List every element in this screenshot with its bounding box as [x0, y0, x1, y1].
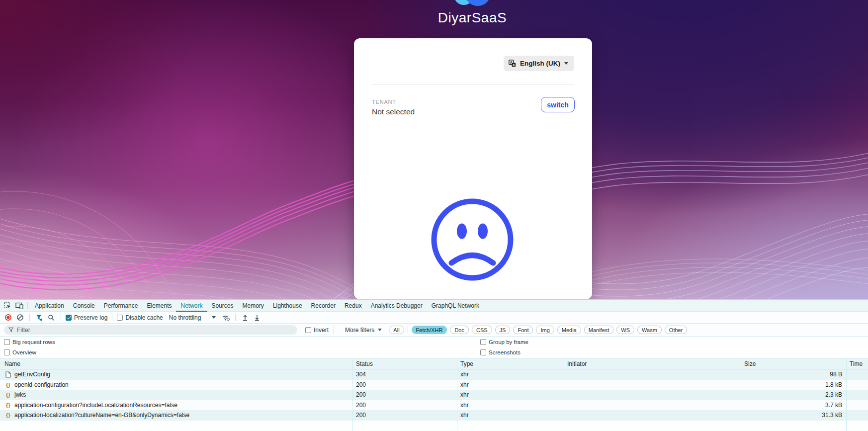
invert-filter-checkbox[interactable]: Invert — [305, 327, 329, 334]
tab-graphql-network[interactable]: GraphQL Network — [427, 300, 484, 312]
request-initiator — [564, 380, 741, 390]
request-size: 2.3 kB — [741, 390, 847, 400]
language-label: English (UK) — [520, 60, 560, 67]
column-header-time[interactable]: Time — [847, 358, 868, 369]
table-row[interactable]: getEnvConfig 304 xhr 98 B — [0, 369, 868, 380]
tab-memory[interactable]: Memory — [238, 300, 268, 312]
table-row[interactable]: { } application-localization?cultureName… — [0, 410, 868, 421]
code-icon: { } — [4, 391, 11, 398]
checkbox-unchecked-icon — [480, 349, 486, 355]
checkbox-unchecked-icon — [480, 339, 486, 345]
filter-input-wrap — [4, 325, 297, 335]
more-filters-button[interactable]: More filters — [345, 327, 382, 334]
document-icon — [4, 371, 11, 378]
request-type: xhr — [457, 380, 564, 390]
network-options-row-2: Overview Screenshots — [0, 347, 868, 357]
preserve-log-checkbox[interactable]: Preserve log — [66, 314, 107, 321]
network-toolbar: Preserve log Disable cache No throttling — [0, 312, 868, 324]
request-status: 304 — [353, 369, 457, 380]
export-har-icon[interactable] — [252, 313, 262, 322]
pill-js[interactable]: JS — [495, 326, 511, 334]
column-header-name[interactable]: Name — [0, 358, 353, 369]
table-row[interactable]: { } application-configuration?includeLoc… — [0, 400, 868, 411]
column-header-initiator[interactable]: Initiator — [564, 358, 741, 369]
network-options-row-1: Big request rows Group by frame — [0, 337, 868, 347]
throttling-select[interactable]: No throttling — [169, 314, 216, 321]
pill-css[interactable]: CSS — [472, 326, 492, 334]
pill-font[interactable]: Font — [513, 326, 533, 334]
filter-icon[interactable] — [34, 313, 44, 322]
request-time — [847, 369, 868, 380]
pill-ws[interactable]: WS — [616, 326, 634, 334]
pill-fetch-xhr[interactable]: Fetch/XHR — [412, 326, 447, 334]
tab-application[interactable]: Application — [30, 300, 69, 312]
divider — [29, 314, 30, 321]
tab-network[interactable]: Network — [176, 300, 207, 312]
tab-performance[interactable]: Performance — [99, 300, 143, 312]
disable-cache-checkbox[interactable]: Disable cache — [117, 314, 163, 321]
table-row[interactable]: { } jwks 200 xhr 2.3 kB — [0, 390, 868, 400]
account-card: A a English (UK) TENANT Not selected swi… — [354, 38, 592, 299]
brand: DiyarSaaS — [373, 0, 572, 26]
app-logo-icon — [451, 0, 494, 6]
clear-network-log-icon[interactable] — [15, 313, 25, 322]
screenshots-checkbox[interactable]: Screenshots — [480, 349, 521, 355]
pill-wasm[interactable]: Wasm — [637, 326, 662, 334]
divider — [408, 326, 408, 334]
import-har-icon[interactable] — [240, 313, 250, 322]
code-icon: { } — [4, 402, 11, 409]
filter-input[interactable] — [17, 327, 275, 334]
pill-img[interactable]: Img — [536, 326, 554, 334]
request-status: 200 — [353, 380, 457, 390]
chevron-down-icon — [564, 62, 568, 65]
tenant-value: Not selected — [372, 107, 415, 116]
divider — [27, 302, 28, 309]
column-header-type[interactable]: Type — [457, 358, 564, 369]
tab-elements[interactable]: Elements — [142, 300, 176, 312]
group-by-frame-checkbox[interactable]: Group by frame — [480, 339, 528, 345]
column-header-size[interactable]: Size — [741, 358, 847, 369]
invert-label: Invert — [314, 327, 329, 334]
divider — [334, 326, 334, 334]
pill-manifest[interactable]: Manifest — [584, 326, 614, 334]
divider — [371, 131, 574, 131]
network-conditions-icon[interactable] — [221, 313, 231, 322]
pill-all[interactable]: All — [389, 326, 404, 334]
request-name: jwks — [14, 391, 26, 398]
tab-recorder[interactable]: Recorder — [307, 300, 340, 312]
pill-other[interactable]: Other — [665, 326, 688, 334]
pill-doc[interactable]: Doc — [450, 326, 469, 334]
request-size: 1.8 kB — [741, 380, 847, 390]
search-icon[interactable] — [46, 313, 56, 322]
tenant-switch-button[interactable]: switch — [541, 97, 575, 112]
checkbox-unchecked-icon — [117, 315, 123, 321]
device-toolbar-icon[interactable] — [15, 302, 23, 309]
table-row[interactable]: { } openid-configuration 200 xhr 1.8 kB — [0, 380, 868, 390]
language-selector-button[interactable]: A a English (UK) — [504, 56, 574, 71]
inspect-element-icon[interactable] — [3, 302, 12, 309]
checkbox-unchecked-icon — [305, 327, 311, 333]
tab-lighthouse[interactable]: Lighthouse — [268, 300, 307, 312]
column-header-status[interactable]: Status — [353, 358, 457, 369]
big-request-rows-checkbox[interactable]: Big request rows — [4, 339, 55, 345]
request-type-pills: All Fetch/XHR Doc CSS JS Font Img Media … — [389, 326, 687, 334]
divider — [235, 314, 236, 321]
request-time — [847, 410, 868, 421]
request-time — [847, 400, 868, 411]
tab-analytics-debugger[interactable]: Analytics Debugger — [366, 300, 427, 312]
checkbox-unchecked-icon — [4, 349, 10, 355]
overview-checkbox[interactable]: Overview — [4, 349, 36, 355]
tab-console[interactable]: Console — [69, 300, 99, 312]
tab-sources[interactable]: Sources — [207, 300, 238, 312]
tab-redux[interactable]: Redux — [340, 300, 366, 312]
request-type: xhr — [457, 390, 564, 400]
sad-face-icon — [423, 190, 522, 289]
request-initiator — [564, 390, 741, 400]
group-by-frame-label: Group by frame — [489, 339, 528, 345]
filter-funnel-icon — [8, 327, 14, 333]
pill-media[interactable]: Media — [557, 326, 581, 334]
request-status: 200 — [353, 410, 457, 421]
request-size: 98 B — [741, 369, 847, 380]
request-initiator — [564, 400, 741, 411]
record-network-log-icon[interactable] — [3, 313, 13, 322]
